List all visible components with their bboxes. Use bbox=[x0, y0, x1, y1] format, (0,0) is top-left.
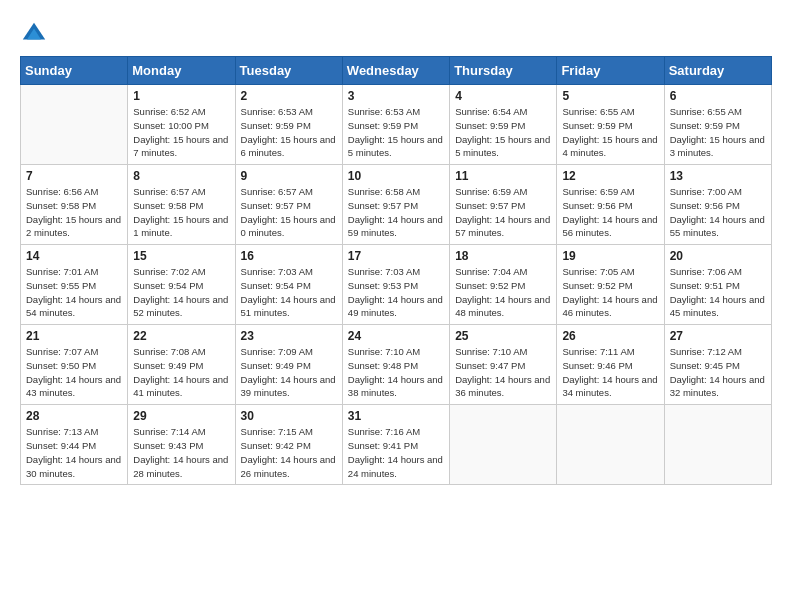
calendar-cell: 14Sunrise: 7:01 AMSunset: 9:55 PMDayligh… bbox=[21, 245, 128, 325]
calendar-cell: 29Sunrise: 7:14 AMSunset: 9:43 PMDayligh… bbox=[128, 405, 235, 485]
calendar-cell: 6Sunrise: 6:55 AMSunset: 9:59 PMDaylight… bbox=[664, 85, 771, 165]
calendar-cell: 9Sunrise: 6:57 AMSunset: 9:57 PMDaylight… bbox=[235, 165, 342, 245]
calendar-cell: 22Sunrise: 7:08 AMSunset: 9:49 PMDayligh… bbox=[128, 325, 235, 405]
calendar-table: SundayMondayTuesdayWednesdayThursdayFrid… bbox=[20, 56, 772, 485]
day-number: 16 bbox=[241, 249, 337, 263]
day-info: Sunrise: 7:16 AMSunset: 9:41 PMDaylight:… bbox=[348, 425, 444, 480]
calendar-header-row: SundayMondayTuesdayWednesdayThursdayFrid… bbox=[21, 57, 772, 85]
weekday-header: Wednesday bbox=[342, 57, 449, 85]
calendar-cell bbox=[557, 405, 664, 485]
day-info: Sunrise: 7:00 AMSunset: 9:56 PMDaylight:… bbox=[670, 185, 766, 240]
day-number: 14 bbox=[26, 249, 122, 263]
day-info: Sunrise: 6:54 AMSunset: 9:59 PMDaylight:… bbox=[455, 105, 551, 160]
day-number: 5 bbox=[562, 89, 658, 103]
day-number: 26 bbox=[562, 329, 658, 343]
calendar-cell: 28Sunrise: 7:13 AMSunset: 9:44 PMDayligh… bbox=[21, 405, 128, 485]
day-number: 19 bbox=[562, 249, 658, 263]
day-number: 6 bbox=[670, 89, 766, 103]
calendar-cell: 15Sunrise: 7:02 AMSunset: 9:54 PMDayligh… bbox=[128, 245, 235, 325]
logo-icon bbox=[20, 20, 48, 48]
day-info: Sunrise: 7:05 AMSunset: 9:52 PMDaylight:… bbox=[562, 265, 658, 320]
calendar-cell: 21Sunrise: 7:07 AMSunset: 9:50 PMDayligh… bbox=[21, 325, 128, 405]
day-info: Sunrise: 7:09 AMSunset: 9:49 PMDaylight:… bbox=[241, 345, 337, 400]
day-info: Sunrise: 7:10 AMSunset: 9:47 PMDaylight:… bbox=[455, 345, 551, 400]
calendar-cell: 16Sunrise: 7:03 AMSunset: 9:54 PMDayligh… bbox=[235, 245, 342, 325]
day-number: 8 bbox=[133, 169, 229, 183]
day-number: 9 bbox=[241, 169, 337, 183]
calendar-cell: 4Sunrise: 6:54 AMSunset: 9:59 PMDaylight… bbox=[450, 85, 557, 165]
day-number: 29 bbox=[133, 409, 229, 423]
calendar-cell: 13Sunrise: 7:00 AMSunset: 9:56 PMDayligh… bbox=[664, 165, 771, 245]
day-info: Sunrise: 7:03 AMSunset: 9:54 PMDaylight:… bbox=[241, 265, 337, 320]
calendar-cell: 8Sunrise: 6:57 AMSunset: 9:58 PMDaylight… bbox=[128, 165, 235, 245]
day-info: Sunrise: 7:07 AMSunset: 9:50 PMDaylight:… bbox=[26, 345, 122, 400]
day-number: 25 bbox=[455, 329, 551, 343]
day-info: Sunrise: 6:53 AMSunset: 9:59 PMDaylight:… bbox=[241, 105, 337, 160]
day-number: 21 bbox=[26, 329, 122, 343]
day-number: 1 bbox=[133, 89, 229, 103]
calendar-week-row: 7Sunrise: 6:56 AMSunset: 9:58 PMDaylight… bbox=[21, 165, 772, 245]
day-number: 12 bbox=[562, 169, 658, 183]
day-info: Sunrise: 6:59 AMSunset: 9:57 PMDaylight:… bbox=[455, 185, 551, 240]
day-info: Sunrise: 7:14 AMSunset: 9:43 PMDaylight:… bbox=[133, 425, 229, 480]
calendar-cell: 26Sunrise: 7:11 AMSunset: 9:46 PMDayligh… bbox=[557, 325, 664, 405]
page-header bbox=[20, 20, 772, 48]
day-number: 22 bbox=[133, 329, 229, 343]
day-info: Sunrise: 6:55 AMSunset: 9:59 PMDaylight:… bbox=[562, 105, 658, 160]
day-number: 2 bbox=[241, 89, 337, 103]
day-info: Sunrise: 6:57 AMSunset: 9:58 PMDaylight:… bbox=[133, 185, 229, 240]
day-number: 7 bbox=[26, 169, 122, 183]
calendar-cell: 3Sunrise: 6:53 AMSunset: 9:59 PMDaylight… bbox=[342, 85, 449, 165]
day-number: 20 bbox=[670, 249, 766, 263]
day-info: Sunrise: 7:10 AMSunset: 9:48 PMDaylight:… bbox=[348, 345, 444, 400]
day-info: Sunrise: 6:59 AMSunset: 9:56 PMDaylight:… bbox=[562, 185, 658, 240]
day-info: Sunrise: 6:57 AMSunset: 9:57 PMDaylight:… bbox=[241, 185, 337, 240]
calendar-week-row: 28Sunrise: 7:13 AMSunset: 9:44 PMDayligh… bbox=[21, 405, 772, 485]
calendar-cell bbox=[450, 405, 557, 485]
day-info: Sunrise: 7:06 AMSunset: 9:51 PMDaylight:… bbox=[670, 265, 766, 320]
day-info: Sunrise: 7:02 AMSunset: 9:54 PMDaylight:… bbox=[133, 265, 229, 320]
day-number: 28 bbox=[26, 409, 122, 423]
day-number: 27 bbox=[670, 329, 766, 343]
calendar-cell: 31Sunrise: 7:16 AMSunset: 9:41 PMDayligh… bbox=[342, 405, 449, 485]
logo bbox=[20, 20, 52, 48]
calendar-cell: 20Sunrise: 7:06 AMSunset: 9:51 PMDayligh… bbox=[664, 245, 771, 325]
calendar-cell: 5Sunrise: 6:55 AMSunset: 9:59 PMDaylight… bbox=[557, 85, 664, 165]
weekday-header: Tuesday bbox=[235, 57, 342, 85]
day-number: 23 bbox=[241, 329, 337, 343]
weekday-header: Sunday bbox=[21, 57, 128, 85]
day-info: Sunrise: 6:53 AMSunset: 9:59 PMDaylight:… bbox=[348, 105, 444, 160]
day-number: 31 bbox=[348, 409, 444, 423]
calendar-cell: 18Sunrise: 7:04 AMSunset: 9:52 PMDayligh… bbox=[450, 245, 557, 325]
calendar-week-row: 1Sunrise: 6:52 AMSunset: 10:00 PMDayligh… bbox=[21, 85, 772, 165]
calendar-week-row: 21Sunrise: 7:07 AMSunset: 9:50 PMDayligh… bbox=[21, 325, 772, 405]
day-info: Sunrise: 6:55 AMSunset: 9:59 PMDaylight:… bbox=[670, 105, 766, 160]
weekday-header: Friday bbox=[557, 57, 664, 85]
calendar-cell: 19Sunrise: 7:05 AMSunset: 9:52 PMDayligh… bbox=[557, 245, 664, 325]
day-number: 15 bbox=[133, 249, 229, 263]
weekday-header: Monday bbox=[128, 57, 235, 85]
calendar-cell: 23Sunrise: 7:09 AMSunset: 9:49 PMDayligh… bbox=[235, 325, 342, 405]
calendar-cell: 24Sunrise: 7:10 AMSunset: 9:48 PMDayligh… bbox=[342, 325, 449, 405]
weekday-header: Thursday bbox=[450, 57, 557, 85]
day-info: Sunrise: 7:11 AMSunset: 9:46 PMDaylight:… bbox=[562, 345, 658, 400]
calendar-cell: 1Sunrise: 6:52 AMSunset: 10:00 PMDayligh… bbox=[128, 85, 235, 165]
weekday-header: Saturday bbox=[664, 57, 771, 85]
day-number: 11 bbox=[455, 169, 551, 183]
day-number: 24 bbox=[348, 329, 444, 343]
calendar-cell: 17Sunrise: 7:03 AMSunset: 9:53 PMDayligh… bbox=[342, 245, 449, 325]
day-info: Sunrise: 7:04 AMSunset: 9:52 PMDaylight:… bbox=[455, 265, 551, 320]
day-info: Sunrise: 6:58 AMSunset: 9:57 PMDaylight:… bbox=[348, 185, 444, 240]
calendar-cell: 27Sunrise: 7:12 AMSunset: 9:45 PMDayligh… bbox=[664, 325, 771, 405]
day-info: Sunrise: 7:01 AMSunset: 9:55 PMDaylight:… bbox=[26, 265, 122, 320]
day-info: Sunrise: 7:03 AMSunset: 9:53 PMDaylight:… bbox=[348, 265, 444, 320]
day-number: 4 bbox=[455, 89, 551, 103]
calendar-cell bbox=[21, 85, 128, 165]
day-number: 13 bbox=[670, 169, 766, 183]
calendar-cell: 11Sunrise: 6:59 AMSunset: 9:57 PMDayligh… bbox=[450, 165, 557, 245]
calendar-cell: 25Sunrise: 7:10 AMSunset: 9:47 PMDayligh… bbox=[450, 325, 557, 405]
calendar-cell: 30Sunrise: 7:15 AMSunset: 9:42 PMDayligh… bbox=[235, 405, 342, 485]
calendar-cell: 10Sunrise: 6:58 AMSunset: 9:57 PMDayligh… bbox=[342, 165, 449, 245]
day-info: Sunrise: 7:08 AMSunset: 9:49 PMDaylight:… bbox=[133, 345, 229, 400]
calendar-week-row: 14Sunrise: 7:01 AMSunset: 9:55 PMDayligh… bbox=[21, 245, 772, 325]
